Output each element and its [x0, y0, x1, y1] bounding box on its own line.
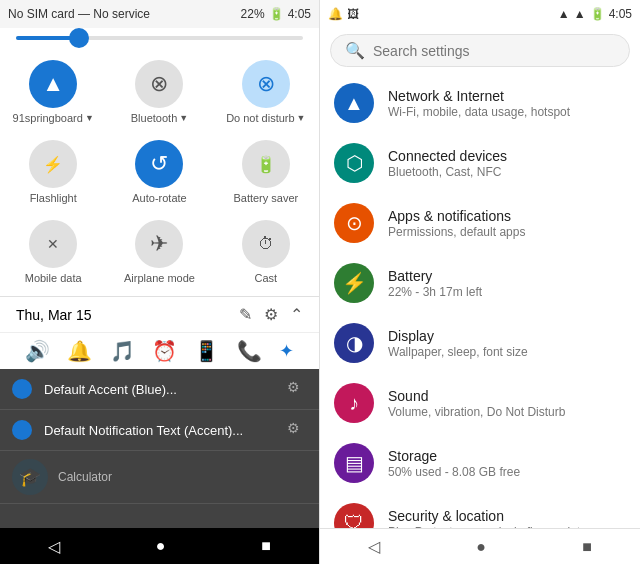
- bluetooth-icon: ⊗: [135, 60, 183, 108]
- sound-title: Sound: [388, 388, 626, 404]
- qs-dnd[interactable]: ⊗ Do not disturb ▼: [213, 52, 319, 132]
- collapse-icon[interactable]: ⌃: [290, 305, 303, 324]
- quick-settings-grid: ▲ 91springboard ▼ ⊗ Bluetooth ▼ ⊗ Do not…: [0, 48, 319, 296]
- slider-track[interactable]: [16, 36, 303, 40]
- date-bar: Thu, Mar 15 ✎ ⚙ ⌃: [0, 296, 319, 332]
- airplane-label: Airplane mode: [124, 272, 195, 284]
- qs-airplane[interactable]: ✈ Airplane mode: [106, 212, 212, 292]
- settings-item-security[interactable]: 🛡 Security & location Play Protect, scre…: [320, 493, 640, 528]
- back-button-left[interactable]: ◁: [48, 537, 60, 556]
- devices-title: Connected devices: [388, 148, 626, 164]
- qs-springboard[interactable]: ▲ 91springboard ▼: [0, 52, 106, 132]
- storage-subtitle: 50% used - 8.08 GB free: [388, 465, 626, 479]
- settings-icon[interactable]: ⚙: [264, 305, 278, 324]
- settings-item-battery[interactable]: ⚡ Battery 22% - 3h 17m left: [320, 253, 640, 313]
- settings-item-apps[interactable]: ⊙ Apps & notifications Permissions, defa…: [320, 193, 640, 253]
- network-icon: ▲: [334, 83, 374, 123]
- devices-subtitle: Bluetooth, Cast, NFC: [388, 165, 626, 179]
- search-bar[interactable]: 🔍: [330, 34, 630, 67]
- bluetooth-media-icon[interactable]: ✦: [279, 340, 294, 362]
- dnd-label: Do not disturb ▼: [226, 112, 305, 124]
- apps-icon: ⊙: [334, 203, 374, 243]
- cast-icon: ⏱: [242, 220, 290, 268]
- qs-mobiledata[interactable]: ✕ Mobile data: [0, 212, 106, 292]
- wifi-icon: ▲: [558, 7, 570, 21]
- notif-app-icon: 🎓: [12, 459, 48, 495]
- search-input[interactable]: [373, 43, 615, 59]
- settings-item-network[interactable]: ▲ Network & Internet Wi-Fi, mobile, data…: [320, 73, 640, 133]
- bluetooth-label: Bluetooth ▼: [131, 112, 188, 124]
- display-icon: ◑: [334, 323, 374, 363]
- volume-icon[interactable]: 🔊: [25, 339, 50, 363]
- phone-icon[interactable]: 📱: [194, 339, 219, 363]
- settings-item-display[interactable]: ◑ Display Wallpaper, sleep, font size: [320, 313, 640, 373]
- security-icon: 🛡: [334, 503, 374, 528]
- flashlight-label: Flashlight: [30, 192, 77, 204]
- sound-icon: ♪: [334, 383, 374, 423]
- storage-title: Storage: [388, 448, 626, 464]
- back-button-right[interactable]: ◁: [368, 537, 380, 556]
- status-right-system: ▲ ▲ 🔋 4:05: [558, 7, 632, 21]
- notif-item-2[interactable]: Default Notification Text (Accent)... ⚙: [0, 410, 319, 451]
- qs-flashlight[interactable]: ⚡ Flashlight: [0, 132, 106, 212]
- media-controls: 🔊 🔔 🎵 ⏰ 📱 📞 ✦: [0, 332, 319, 369]
- call-icon[interactable]: 📞: [237, 339, 262, 363]
- home-button-left[interactable]: ●: [156, 537, 166, 555]
- display-subtitle: Wallpaper, sleep, font size: [388, 345, 626, 359]
- notif-bell-icon: 🔔: [328, 7, 343, 21]
- springboard-icon: ▲: [29, 60, 77, 108]
- cast-label: Cast: [255, 272, 278, 284]
- home-button-right[interactable]: ●: [476, 538, 486, 556]
- settings-list: ▲ Network & Internet Wi-Fi, mobile, data…: [320, 73, 640, 528]
- network-text: Network & Internet Wi-Fi, mobile, data u…: [388, 88, 626, 119]
- alarm-icon[interactable]: ⏰: [152, 339, 177, 363]
- qs-batterysaver[interactable]: 🔋 Battery saver: [213, 132, 319, 212]
- notif-app-name: Calculator: [58, 470, 112, 484]
- display-title: Display: [388, 328, 626, 344]
- battery-subtitle: 22% - 3h 17m left: [388, 285, 626, 299]
- edit-icon[interactable]: ✎: [239, 305, 252, 324]
- recents-button-right[interactable]: ■: [582, 538, 592, 556]
- battery-icon-left: 🔋: [269, 7, 284, 21]
- qs-autorotate[interactable]: ↺ Auto-rotate: [106, 132, 212, 212]
- sound-subtitle: Volume, vibration, Do Not Disturb: [388, 405, 626, 419]
- signal-icon: ▲: [574, 7, 586, 21]
- qs-cast[interactable]: ⏱ Cast: [213, 212, 319, 292]
- right-panel: 🔔 🖼 ▲ ▲ 🔋 4:05 🔍 ▲ Network & Internet Wi…: [320, 0, 640, 564]
- date-text: Thu, Mar 15: [16, 307, 91, 323]
- qs-bluetooth[interactable]: ⊗ Bluetooth ▼: [106, 52, 212, 132]
- notif-text-2: Default Notification Text (Accent)...: [44, 423, 287, 438]
- photo-icon: 🖼: [347, 7, 359, 21]
- brightness-slider-row[interactable]: [0, 28, 319, 48]
- status-bar-left: No SIM card — No service 22% 🔋 4:05: [0, 0, 319, 28]
- recents-button-left[interactable]: ■: [261, 537, 271, 555]
- battery-text: Battery 22% - 3h 17m left: [388, 268, 626, 299]
- notif-close-1[interactable]: ⚙: [287, 379, 307, 399]
- notif-dot-2: [12, 420, 32, 440]
- slider-thumb[interactable]: [69, 28, 89, 48]
- autorotate-icon: ↺: [135, 140, 183, 188]
- notification-list: Default Accent (Blue)... ⚙ Default Notif…: [0, 369, 319, 528]
- music-icon[interactable]: 🎵: [110, 339, 135, 363]
- display-text: Display Wallpaper, sleep, font size: [388, 328, 626, 359]
- apps-text: Apps & notifications Permissions, defaul…: [388, 208, 626, 239]
- sound-text: Sound Volume, vibration, Do Not Disturb: [388, 388, 626, 419]
- bell-icon[interactable]: 🔔: [67, 339, 92, 363]
- apps-title: Apps & notifications: [388, 208, 626, 224]
- storage-icon: ▤: [334, 443, 374, 483]
- security-title: Security & location: [388, 508, 626, 524]
- status-right-left: 22% 🔋 4:05: [241, 7, 311, 21]
- battery-pct-left: 22%: [241, 7, 265, 21]
- notif-item-1[interactable]: Default Accent (Blue)... ⚙: [0, 369, 319, 410]
- settings-item-sound[interactable]: ♪ Sound Volume, vibration, Do Not Distur…: [320, 373, 640, 433]
- notif-close-2[interactable]: ⚙: [287, 420, 307, 440]
- battery-icon-right: 🔋: [590, 7, 605, 21]
- time-right: 4:05: [609, 7, 632, 21]
- search-icon: 🔍: [345, 41, 365, 60]
- autorotate-label: Auto-rotate: [132, 192, 186, 204]
- settings-item-devices[interactable]: ⬡ Connected devices Bluetooth, Cast, NFC: [320, 133, 640, 193]
- dnd-icon: ⊗: [242, 60, 290, 108]
- notif-item-3[interactable]: 🎓 Calculator: [0, 451, 319, 504]
- settings-item-storage[interactable]: ▤ Storage 50% used - 8.08 GB free: [320, 433, 640, 493]
- sim-status: No SIM card — No service: [8, 7, 150, 21]
